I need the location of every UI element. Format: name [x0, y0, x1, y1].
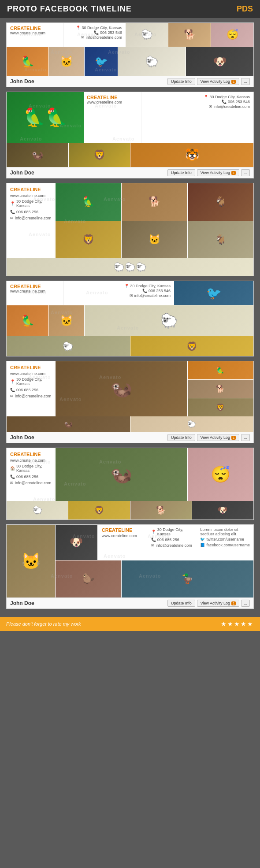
email-icon: ✉	[81, 35, 85, 40]
card1-buttons: Update Info View Activity Log 1 ...	[167, 78, 250, 85]
photo-person: 😴	[211, 23, 253, 47]
card7-contact: 📍 30 Dodge City, Kansas 📞 006 685 256 ✉ …	[148, 525, 197, 560]
card3-photos: 🦜 🐕 🐐 🦁 🐱 🐐	[56, 183, 253, 258]
card1-top-photos: 🐑 🐕 😴	[126, 23, 253, 47]
profile-name-5: John Doe	[10, 434, 34, 441]
update-info-btn-5[interactable]: Update Info	[167, 434, 195, 441]
update-info-btn-7[interactable]: Update Info	[167, 600, 195, 607]
card1-brand-info: CREATELINE www.createline.com	[7, 23, 64, 47]
photo-dog1: 🐕	[168, 23, 211, 47]
card-7: Aenvato Aenvato Aenvato Aenvato Aenvato …	[6, 524, 254, 609]
loc-icon-4: 📍	[124, 284, 129, 288]
photo-sheep3: 🐑🐑🐑	[7, 258, 253, 276]
photo-lion6: 🦁	[68, 501, 130, 519]
card4-content: Aenvato Aenvato Aenvato Aenvato CREATELI…	[7, 281, 253, 356]
photo-otter: 🦦	[7, 143, 68, 167]
photo-sheep6: 🐑	[130, 416, 254, 432]
card1-bottom-bar: John Doe Update Info View Activity Log 1…	[7, 76, 253, 87]
activity-log-btn-7[interactable]: View Activity Log 1	[197, 600, 240, 607]
phone-line-1: 📞 006 253 546	[94, 30, 122, 35]
more-options-btn-5[interactable]: ...	[241, 434, 250, 441]
update-info-btn-2[interactable]: Update Info	[167, 169, 195, 176]
card2-bottom-photos: 🦦 🦁 🐯	[7, 143, 253, 167]
card3-main: CREATELINE www.createline.com 📍 30 Dodge…	[7, 183, 253, 258]
profile-name-7: John Doe	[10, 600, 34, 606]
photo-lion4: 🦁	[130, 336, 254, 356]
card3-bottom-strip: 🐑🐑🐑	[7, 258, 253, 276]
card1-bottom-photos: 🦜 🐱 🐦 🐑 🐶	[7, 47, 253, 76]
page-title: PROTO FACEBOOK TIMELINE	[7, 4, 132, 14]
photo-sheep2: 🐑	[118, 47, 186, 76]
brand-website-2: www.createline.com	[87, 100, 138, 104]
photo-dog4: 🐶	[192, 501, 253, 519]
photo-sheep4: 🐑	[85, 305, 253, 336]
card7-bottom-bar: John Doe Update Info View Activity Log 1…	[7, 597, 253, 608]
brand-name-3: CREATELINE	[10, 187, 51, 192]
card5-bottom: 🦦 🐑	[7, 416, 253, 432]
card-4: Aenvato Aenvato Aenvato Aenvato CREATELI…	[6, 281, 254, 356]
email-line-1: ✉ info@createline.com	[81, 35, 122, 40]
activity-notif-1: 1	[231, 80, 236, 84]
card5-content: Aenvato Aenvato Aenvato CREATELINE www.c…	[7, 361, 253, 432]
photo-kitten: 🐱	[49, 47, 84, 76]
phone-icon: 📞	[94, 30, 99, 35]
card2-brand: CREATELINE www.createline.com	[84, 92, 141, 143]
ph-icon-3: 📞	[10, 210, 15, 214]
activity-log-btn-5[interactable]: View Activity Log 1	[197, 434, 240, 441]
page-header: PROTO FACEBOOK TIMELINE PDS	[0, 0, 260, 18]
card-3: Aenvato Aenvato Aenvato Aenvato CREATELI…	[6, 183, 254, 276]
card4-contact: 📍 30 Dodge City, Kansas 📞 006 253 546 ✉ …	[64, 281, 174, 305]
photo-lion2: 🦁	[69, 143, 130, 167]
card4-bottom: 🐑 🦁	[7, 336, 253, 356]
activity-log-btn-1[interactable]: View Activity Log 1	[197, 78, 240, 85]
activity-notif-7: 1	[231, 601, 236, 605]
photo-bird4: 🦆	[122, 560, 253, 597]
photo-sheep: 🐑	[126, 23, 168, 47]
activity-notif-5: 1	[231, 436, 236, 440]
photo-otter2: 🦦	[56, 361, 187, 416]
photo-otter4: 🦦	[56, 448, 187, 501]
card6-bottom-strip: 🐑 🦁 🐕 🐶	[7, 501, 253, 519]
page-footer: Please don't forget to rate my work ★★★★…	[0, 617, 260, 631]
card7-middle: 🐶 CREATELINE www.createline.com 📍 30 Dod…	[56, 525, 253, 597]
more-options-btn-2[interactable]: ...	[241, 169, 250, 176]
card7-social: Lorem ipsum dolor sit sectluer adipcing …	[197, 525, 253, 560]
ph-icon-4: 📞	[142, 289, 147, 293]
card6-sidebar: CREATELINE www.createline.com 🏠 30 Dodge…	[7, 448, 55, 501]
photo-bird2: 🐦	[174, 281, 253, 305]
photo-macaw2: 🦜	[188, 361, 253, 379]
card6-content: Aenvato Aenvato Aenvato Aenvato CREATELI…	[7, 448, 253, 519]
em-icon-4: ✉	[130, 293, 133, 298]
photo-macaw: 🦜	[56, 183, 121, 221]
activity-log-btn-2[interactable]: View Activity Log 1	[197, 169, 240, 176]
card5-main: CREATELINE www.createline.com 📍 30 Dodge…	[7, 361, 253, 416]
footer-text: Please don't forget to rate my work	[6, 621, 81, 627]
update-info-btn-1[interactable]: Update Info	[167, 78, 195, 85]
photo-sheep5: 🐑	[7, 336, 130, 356]
card1-content: Aenvato Aenvato Aenvato Aenvato Aenvato …	[7, 23, 253, 76]
location-icon: 📍	[76, 26, 81, 30]
card7-buttons: Update Info View Activity Log 1 ...	[167, 600, 250, 607]
card2-bottom-bar: John Doe Update Info View Activity Log 1…	[7, 167, 253, 178]
photo-dog2: 🐶	[186, 47, 253, 76]
more-options-btn-1[interactable]: ...	[241, 78, 250, 85]
card7-brand: CREATELINE www.createline.com	[98, 525, 147, 560]
card7-main: 🐱 🐶 CREATELINE www.createline.com	[7, 525, 253, 597]
more-options-btn-7[interactable]: ...	[241, 600, 250, 607]
em-icon-3: ✉	[10, 216, 14, 220]
card4-top: CREATELINE www.createline.com 📍 30 Dodge…	[7, 281, 253, 305]
card7-content: Aenvato Aenvato Aenvato Aenvato Aenvato …	[7, 525, 253, 597]
card-6: Aenvato Aenvato Aenvato Aenvato CREATELI…	[6, 448, 254, 520]
card5-sidebar: CREATELINE www.createline.com 📍 30 Dodge…	[7, 361, 55, 416]
photo-otter3: 🦦	[7, 416, 130, 432]
activity-notif-2: 1	[231, 171, 236, 175]
card-1: Aenvato Aenvato Aenvato Aenvato Aenvato …	[6, 22, 254, 87]
photo-goat2: 🐐	[188, 183, 253, 221]
photo-lion5: 🦁	[188, 398, 253, 416]
footer-spacer	[0, 613, 260, 617]
card1-contact-info: 📍 30 Dodge City, Kansas 📞 006 253 546 ✉ …	[64, 23, 126, 47]
photo-sheep7: 🐑	[7, 501, 68, 519]
card5-bottom-bar: John Doe Update Info View Activity Log 1…	[7, 432, 253, 443]
photo-spaniel: 🐕	[122, 183, 187, 221]
card5-right-photos: 🦜 🐕 🦁	[188, 361, 253, 416]
